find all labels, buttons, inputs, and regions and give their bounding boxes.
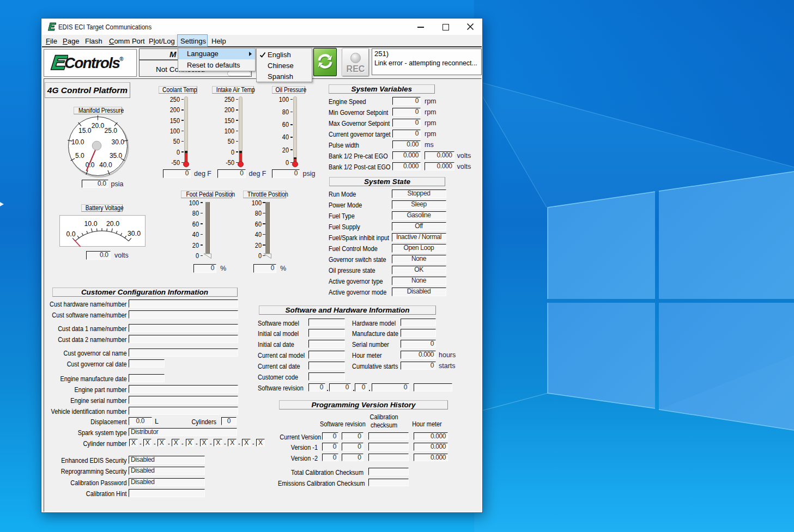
svg-text:10.0: 10.0 [71,138,84,146]
svg-text:5.0: 5.0 [75,152,84,160]
svg-text:25.0: 25.0 [104,126,117,134]
svg-text:35.0: 35.0 [109,152,122,160]
svg-text:0.0: 0.0 [66,230,75,238]
svg-text:30.0: 30.0 [128,230,141,237]
svg-text:10.0: 10.0 [84,220,98,228]
svg-text:30.0: 30.0 [111,138,124,146]
svg-text:20.0: 20.0 [106,220,119,228]
svg-text:15.0: 15.0 [78,126,92,134]
svg-text:40.0: 40.0 [99,161,112,169]
svg-text:20.0: 20.0 [91,122,104,130]
